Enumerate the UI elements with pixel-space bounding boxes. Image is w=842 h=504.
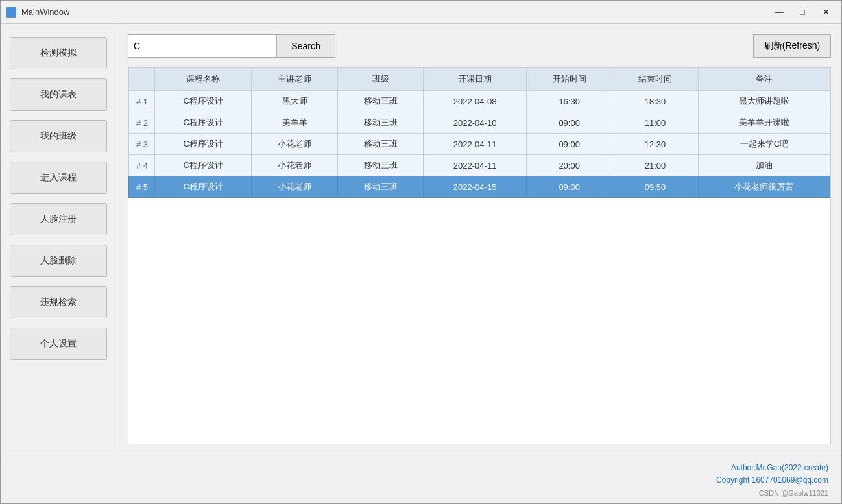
- cell-start_date: 2022-04-11: [424, 134, 527, 155]
- footer-csdn: CSDN @Gaolw11021: [14, 489, 828, 497]
- table-row[interactable]: # 3C程序设计小花老师移动三班2022-04-1109:0012:30一起来学…: [129, 134, 830, 155]
- footer-author: Author:Mr.Gao(2022-create) Copyright 160…: [14, 462, 828, 486]
- maximize-button[interactable]: □: [792, 5, 813, 20]
- cell-teacher: 小花老师: [252, 155, 337, 176]
- cell-class: 移动三班: [337, 176, 423, 198]
- author-line1: Author:Mr.Gao(2022-create): [731, 463, 828, 472]
- cell-start_date: 2022-04-08: [424, 91, 527, 112]
- cell-end_time: 21:00: [612, 155, 698, 176]
- cell-index: # 2: [129, 112, 155, 134]
- table-body: # 1C程序设计黑大师移动三班2022-04-0816:3018:30黑大师讲题…: [129, 91, 830, 198]
- sidebar-btn-my-class[interactable]: 我的班级: [10, 120, 107, 152]
- cell-notes: 加油: [698, 155, 830, 176]
- refresh-button[interactable]: 刷新(Refresh): [753, 34, 831, 58]
- cell-class: 移动三班: [337, 155, 423, 176]
- table-row[interactable]: # 1C程序设计黑大师移动三班2022-04-0816:3018:30黑大师讲题…: [129, 91, 830, 112]
- search-bar: Search 刷新(Refresh): [128, 34, 831, 58]
- cell-start_time: 16:30: [526, 91, 612, 112]
- cell-notes: 美羊羊开课啦: [698, 112, 830, 134]
- cell-index: # 5: [129, 176, 155, 198]
- sidebar-btn-face-delete[interactable]: 人脸删除: [10, 245, 107, 277]
- cell-start_time: 20:00: [526, 155, 612, 176]
- titlebar: MainWindow — □ ✕: [1, 1, 841, 24]
- search-input[interactable]: [128, 34, 277, 58]
- cell-notes: 一起来学C吧: [698, 134, 830, 155]
- col-header-start-time: 开始时间: [526, 68, 612, 91]
- sidebar-btn-enter-course[interactable]: 进入课程: [10, 162, 107, 194]
- sidebar-btn-violation-search[interactable]: 违规检索: [10, 286, 107, 318]
- footer: Author:Mr.Gao(2022-create) Copyright 160…: [1, 455, 841, 503]
- cell-teacher: 美羊羊: [252, 112, 337, 134]
- window-title: MainWindow: [21, 7, 769, 17]
- sidebar-btn-my-schedule[interactable]: 我的课表: [10, 78, 107, 111]
- window-icon: [6, 7, 16, 18]
- cell-teacher: 黑大师: [252, 91, 337, 112]
- cell-start_time: 09:00: [526, 112, 612, 134]
- course-table-wrapper: 课程名称 主讲老师 班级 开课日期 开始时间 结束时间 备注 # 1C程序设计黑…: [128, 67, 831, 444]
- cell-end_time: 11:00: [612, 112, 698, 134]
- sidebar-btn-face-register[interactable]: 人脸注册: [10, 203, 107, 235]
- author-line2: Copyright 1607701069@qq.com: [716, 475, 828, 485]
- sidebar-btn-detect-simulate[interactable]: 检测模拟: [10, 37, 107, 69]
- cell-class: 移动三班: [337, 91, 423, 112]
- col-header-notes: 备注: [698, 68, 830, 91]
- search-button[interactable]: Search: [277, 34, 335, 58]
- cell-index: # 3: [129, 134, 155, 155]
- col-header-teacher: 主讲老师: [252, 68, 337, 91]
- cell-start_date: 2022-04-15: [424, 176, 527, 198]
- cell-start_time: 09:00: [526, 176, 612, 198]
- cell-notes: 小花老师很厉害: [698, 176, 830, 198]
- cell-course_name: C程序设计: [155, 155, 252, 176]
- cell-end_time: 12:30: [612, 134, 698, 155]
- close-button[interactable]: ✕: [815, 5, 836, 20]
- col-header-index: [129, 68, 155, 91]
- cell-end_time: 09:50: [612, 176, 698, 198]
- table-row[interactable]: # 2C程序设计美羊羊移动三班2022-04-1009:0011:00美羊羊开课…: [129, 112, 830, 134]
- cell-start_time: 09:00: [526, 134, 612, 155]
- cell-course_name: C程序设计: [155, 134, 252, 155]
- cell-end_time: 18:30: [612, 91, 698, 112]
- cell-course_name: C程序设计: [155, 91, 252, 112]
- table-row[interactable]: # 5C程序设计小花老师移动三班2022-04-1509:0009:50小花老师…: [129, 176, 830, 198]
- cell-start_date: 2022-04-11: [424, 155, 527, 176]
- cell-index: # 1: [129, 91, 155, 112]
- cell-course_name: C程序设计: [155, 112, 252, 134]
- col-header-end-time: 结束时间: [612, 68, 698, 91]
- cell-start_date: 2022-04-10: [424, 112, 527, 134]
- table-row[interactable]: # 4C程序设计小花老师移动三班2022-04-1120:0021:00加油: [129, 155, 830, 176]
- main-window: MainWindow — □ ✕ 检测模拟 我的课表 我的班级 进入课程 人脸注…: [0, 0, 842, 504]
- cell-index: # 4: [129, 155, 155, 176]
- table-header-row: 课程名称 主讲老师 班级 开课日期 开始时间 结束时间 备注: [129, 68, 830, 91]
- col-header-class: 班级: [337, 68, 423, 91]
- sidebar-btn-personal-settings[interactable]: 个人设置: [10, 328, 107, 360]
- col-header-course-name: 课程名称: [155, 68, 252, 91]
- course-table: 课程名称 主讲老师 班级 开课日期 开始时间 结束时间 备注 # 1C程序设计黑…: [128, 67, 830, 198]
- cell-teacher: 小花老师: [252, 134, 337, 155]
- main-content: 检测模拟 我的课表 我的班级 进入课程 人脸注册 人脸删除 违规检索 个人设置 …: [1, 24, 841, 455]
- cell-class: 移动三班: [337, 112, 423, 134]
- window-controls: — □ ✕: [769, 5, 836, 20]
- cell-notes: 黑大师讲题啦: [698, 91, 830, 112]
- cell-teacher: 小花老师: [252, 176, 337, 198]
- sidebar: 检测模拟 我的课表 我的班级 进入课程 人脸注册 人脸删除 违规检索 个人设置: [1, 24, 117, 455]
- col-header-start-date: 开课日期: [424, 68, 527, 91]
- content-area: Search 刷新(Refresh) 课程名称 主讲老师 班级 开课日期 开始时…: [117, 24, 841, 455]
- cell-class: 移动三班: [337, 134, 423, 155]
- cell-course_name: C程序设计: [155, 176, 252, 198]
- minimize-button[interactable]: —: [769, 5, 789, 20]
